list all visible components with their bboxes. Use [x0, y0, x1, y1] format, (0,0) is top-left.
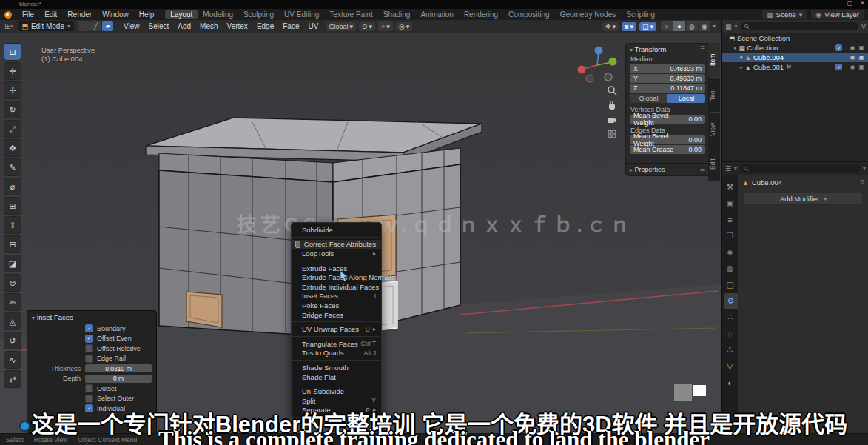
properties-editor-icon[interactable]: ☰ — [725, 165, 731, 173]
menu-item-shade-flat[interactable]: Shade Flat — [292, 372, 381, 382]
edge-crease-field[interactable]: Mean Crease 0.00 — [630, 145, 705, 154]
menu-help[interactable]: Help — [134, 10, 160, 19]
camera-view-button[interactable] — [605, 113, 619, 127]
tool-measure[interactable]: ⌀ — [4, 178, 21, 195]
tool-smooth[interactable]: ∿ — [4, 351, 21, 369]
pin-icon[interactable]: ∇ — [861, 179, 864, 186]
grip-icon[interactable]: ☰ — [700, 45, 705, 53]
local-button[interactable]: Local — [667, 94, 705, 103]
offset-even-checkbox[interactable]: ✓ — [85, 335, 93, 343]
eye-icon[interactable]: ◉ — [850, 44, 855, 51]
pan-view-button[interactable] — [605, 98, 619, 113]
shading-material-button[interactable]: ◍ — [686, 21, 698, 31]
outliner-search-input[interactable]: ⚲ — [741, 22, 858, 30]
outliner-row-cube-004[interactable]: ▾ ▲ Cube.004 ◉▣ — [722, 53, 868, 62]
outliner-row-scene-collection[interactable]: ⬒ Scene Collection — [722, 33, 868, 43]
menu-item-shade-smooth[interactable]: Shade Smooth — [292, 363, 381, 372]
maximize-button[interactable]: ▢ — [847, 0, 853, 7]
tool-inset-faces[interactable]: ⊟ — [4, 235, 21, 253]
menu-vertex[interactable]: Vertex — [223, 22, 252, 30]
tool-add-cube[interactable]: ⊞ — [4, 197, 21, 215]
sidebar-tab-view[interactable]: View — [708, 113, 720, 147]
menu-item-inset-faces[interactable]: Inset FacesI — [292, 292, 381, 301]
blender-logo-icon[interactable] — [4, 11, 12, 19]
menu-select[interactable]: Select — [144, 22, 173, 30]
disclosure-icon[interactable]: ▸ — [740, 64, 743, 70]
menu-item-extrude-faces-along-normals[interactable]: Extrude Faces Along Normals — [292, 272, 381, 282]
tab-shading[interactable]: Shading — [378, 10, 416, 19]
close-button[interactable]: ✕ — [860, 0, 865, 7]
exclude-checkbox[interactable]: ✓ — [835, 44, 842, 51]
tab-sculpting[interactable]: Sculpting — [238, 10, 279, 19]
pivot-point-selector[interactable]: ⊙ ▾ — [359, 22, 375, 31]
menu-item-extrude-individual-faces[interactable]: Extrude Individual Faces — [292, 282, 381, 292]
menu-add[interactable]: Add — [173, 22, 195, 30]
tab-geometry-nodes[interactable]: Geometry Nodes — [555, 10, 622, 19]
viewport-3d[interactable]: User Perspective (1) Cube.004 技艺CG ｗｗｗ.ｑ… — [0, 33, 721, 433]
menu-item-subdivide[interactable]: Subdivide — [292, 225, 381, 235]
tab-texture-paint[interactable]: Texture Paint — [324, 10, 377, 19]
tab-material-properties[interactable]: ◐ — [722, 375, 738, 390]
tab-render-properties[interactable]: ◉ — [722, 195, 738, 211]
tab-rendering[interactable]: Rendering — [459, 10, 503, 19]
show-gizmo-button[interactable]: ✥▾ — [602, 22, 619, 31]
tab-tool-properties[interactable]: ⚒ — [722, 179, 738, 195]
sidebar-tab-tool[interactable]: Tool — [708, 78, 720, 112]
edge-select-button[interactable]: ╱ — [90, 21, 101, 31]
tab-physics-properties[interactable]: ◌ — [722, 326, 738, 341]
eye-icon[interactable]: ◉ — [850, 64, 855, 70]
menu-item-triangulate-faces[interactable]: Triangulate FacesCtrl T — [292, 339, 381, 349]
tool-transform[interactable]: ✥ — [4, 139, 21, 157]
snap-toggle-button[interactable]: ⌔ ▾ — [378, 21, 393, 31]
editor-type-icon[interactable]: ⊞ — [4, 22, 10, 30]
thickness-field[interactable]: 0.0310 m — [85, 364, 152, 372]
shading-solid-button[interactable]: ● — [673, 21, 685, 31]
camera-icon[interactable]: ▣ — [858, 44, 864, 51]
tool-annotate[interactable]: ✎ — [4, 158, 21, 176]
offset-relative-checkbox[interactable] — [85, 344, 93, 352]
median-x-field[interactable]: X 0.48303 m — [630, 64, 705, 73]
tab-scene-properties[interactable]: ◈ — [722, 244, 738, 260]
tool-knife[interactable]: ✄ — [4, 293, 21, 311]
menu-file[interactable]: File — [17, 10, 39, 19]
sidebar-tab-edit[interactable]: Edit — [708, 147, 720, 181]
vertex-select-button[interactable]: ∙ — [78, 21, 90, 31]
tab-compositing[interactable]: Compositing — [503, 10, 555, 19]
camera-icon[interactable]: ▣ — [858, 54, 864, 61]
minimize-button[interactable]: — — [834, 0, 840, 7]
camera-icon[interactable]: ▣ — [858, 64, 864, 70]
tool-move[interactable]: ✢ — [4, 81, 21, 99]
menu-item-looptools[interactable]: LoopTools▸ — [292, 249, 381, 258]
tab-scripting[interactable]: Scripting — [621, 10, 660, 19]
perspective-toggle-button[interactable] — [605, 127, 619, 141]
outset-checkbox[interactable] — [85, 384, 93, 392]
exclude-checkbox[interactable]: ✓ — [835, 64, 842, 70]
menu-view[interactable]: View — [119, 22, 144, 30]
menu-uv[interactable]: UV — [303, 22, 323, 30]
tool-bevel[interactable]: ◪ — [4, 255, 21, 272]
edge-rail-checkbox[interactable] — [85, 355, 93, 363]
menu-render[interactable]: Render — [62, 10, 97, 19]
tab-animation[interactable]: Animation — [415, 10, 458, 19]
tab-constraint-properties[interactable]: ⚓ — [722, 342, 738, 358]
properties-search-input[interactable]: ⚲ — [740, 164, 860, 173]
eye-icon[interactable]: ◉ — [850, 54, 855, 61]
tool-extrude-region[interactable]: ⇧ — [4, 216, 21, 234]
global-button[interactable]: Global — [630, 94, 667, 103]
sidebar-tab-item[interactable]: Item — [708, 43, 720, 77]
menu-item-un-subdivide[interactable]: Un-Subdivide — [292, 387, 381, 396]
tab-modifier-properties[interactable]: ⚙ — [724, 293, 738, 309]
menu-item-poke-faces[interactable]: Poke Faces — [292, 301, 381, 310]
transform-panel-header[interactable]: ▾ Transform — [630, 45, 666, 53]
menu-mesh[interactable]: Mesh — [195, 22, 222, 30]
outliner-row-collection[interactable]: ▸ ▦ Collection ✓◉▣ — [722, 43, 868, 53]
vertex-bevel-weight-field[interactable]: Mean Bevel Weight 0.00 — [630, 115, 705, 124]
toggle-xray-button[interactable]: ◲▾ — [639, 22, 656, 31]
show-overlays-button[interactable]: ◙▾ — [622, 22, 636, 31]
properties-collapsed-panel[interactable]: ▸ Properties ☰ — [626, 163, 709, 175]
tab-uv-editing[interactable]: UV Editing — [279, 10, 324, 19]
tab-layout[interactable]: Layout — [165, 10, 198, 19]
tool-poly-build[interactable]: ◬ — [4, 312, 21, 330]
tool-spin[interactable]: ↺ — [4, 332, 21, 349]
filter-icon[interactable]: ∇ — [861, 23, 866, 30]
